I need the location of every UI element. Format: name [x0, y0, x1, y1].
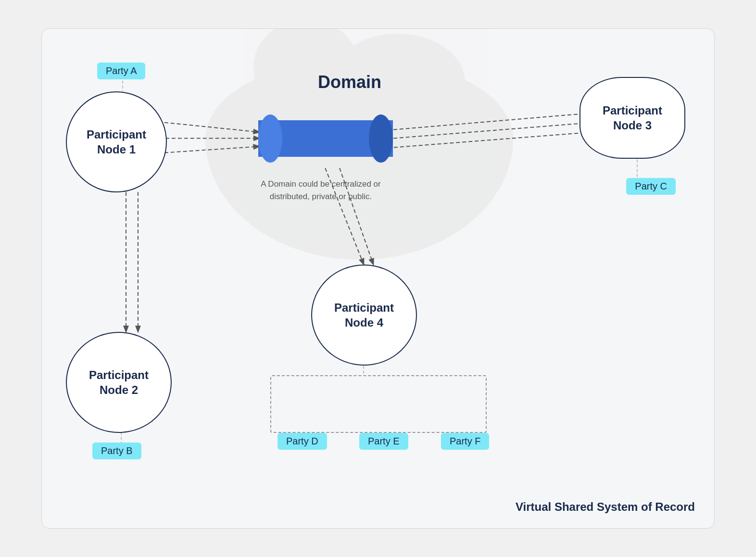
- participant-node-1: ParticipantNode 1: [66, 91, 167, 192]
- party-b-label: Party B: [92, 443, 141, 459]
- cylinder-right-cap: [369, 114, 393, 163]
- party-a-label: Party A: [97, 63, 145, 79]
- domain-description: A Domain could be centralized or distrib…: [253, 178, 388, 203]
- system-label: Virtual Shared System of Record: [516, 500, 695, 514]
- party-c-label: Party C: [626, 178, 676, 195]
- parties-dashed-box: [270, 375, 487, 433]
- party-d-label: Party D: [277, 433, 327, 450]
- diagram-container: Domain A Domain could be centralized or …: [41, 28, 715, 529]
- cylinder-left-cap: [258, 114, 282, 163]
- party-f-label: Party F: [441, 433, 489, 450]
- domain-title: Domain: [277, 72, 422, 92]
- participant-node-2: ParticipantNode 2: [66, 332, 172, 433]
- party-e-label: Party E: [359, 433, 408, 450]
- participant-node-4: ParticipantNode 4: [311, 265, 417, 366]
- domain-cylinder: [258, 114, 393, 163]
- participant-node-3: ParticipantNode 3: [580, 77, 685, 159]
